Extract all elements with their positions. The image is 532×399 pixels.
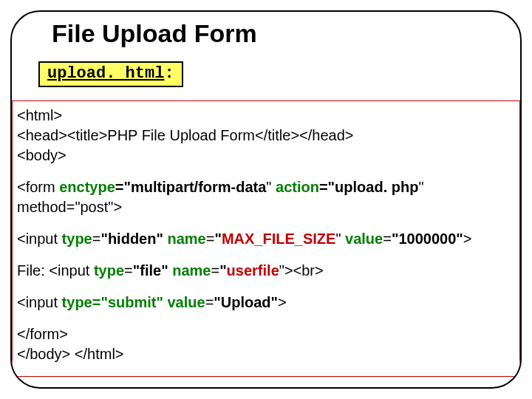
code-line: <form enctype="multipart/form-data" acti… (17, 177, 515, 197)
code-line: <input type="submit" value="Upload"> (17, 293, 515, 313)
filename-colon: : (164, 64, 174, 83)
code-line: <input type="hidden" name="MAX_FILE_SIZE… (17, 229, 515, 249)
filename-text: upload. html (47, 64, 164, 83)
slide-title: File Upload Form (52, 19, 520, 48)
code-line: </form> (17, 324, 515, 344)
code-line: <head><title>PHP File Upload Form</title… (17, 126, 515, 146)
code-line: File: <input type="file" name="userfile"… (17, 261, 515, 281)
slide-frame: File Upload Form upload. html: <html> <h… (10, 10, 522, 389)
code-line: <html> (17, 106, 515, 126)
filename-label: upload. html: (38, 61, 183, 87)
code-block: <html> <head><title>PHP File Upload Form… (12, 100, 520, 377)
code-line: method="post"> (17, 197, 515, 217)
code-line: </body> </html> (17, 344, 515, 364)
code-line: <body> (17, 146, 515, 166)
